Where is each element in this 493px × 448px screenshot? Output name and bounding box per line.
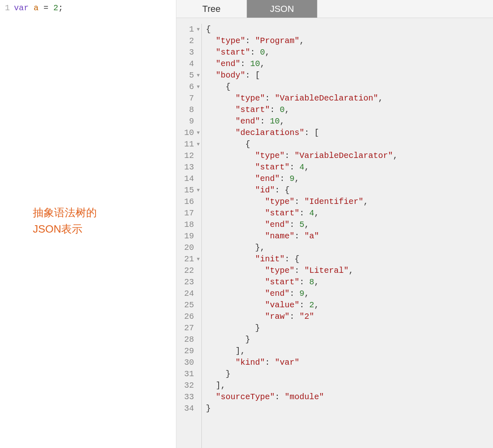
- json-line-number: 8: [176, 104, 200, 116]
- json-punct: :: [290, 162, 299, 172]
- json-punct: ,: [299, 36, 304, 46]
- json-punct: ,: [265, 48, 270, 57]
- json-punct: :: [260, 117, 270, 126]
- json-number: 2: [309, 300, 314, 310]
- json-line-number: 31: [176, 368, 200, 380]
- json-punct: :: [270, 105, 280, 114]
- token-punct: ;: [58, 3, 63, 13]
- json-line-number: 13: [176, 162, 200, 173]
- json-string: "Identifier": [304, 197, 363, 206]
- json-editor[interactable]: 1▼2345▼6▼78910▼11▼12131415▼161718192021▼…: [176, 18, 493, 448]
- json-number: 10: [250, 59, 260, 69]
- json-string: "VariableDeclaration": [275, 94, 378, 103]
- json-line-number: 20: [176, 242, 200, 254]
- json-line-number: 33: [176, 391, 200, 403]
- source-code[interactable]: var a = 2;: [14, 3, 176, 13]
- json-punct: :: [265, 358, 275, 367]
- json-line: "start": 4,: [206, 208, 493, 219]
- json-key: "value": [265, 300, 299, 310]
- json-punct: ,: [314, 208, 319, 218]
- json-line: }: [206, 403, 493, 414]
- json-line: {: [206, 81, 493, 93]
- json-punct: {: [226, 82, 231, 91]
- json-key: "end": [255, 174, 280, 183]
- json-punct: ,: [285, 105, 290, 114]
- json-key: "raw": [265, 312, 290, 321]
- json-punct: : [: [245, 71, 260, 80]
- json-punct: :: [294, 197, 304, 206]
- json-key: "type": [265, 266, 294, 275]
- json-key: "sourceType": [216, 392, 275, 402]
- json-punct: : {: [275, 185, 290, 195]
- json-line: "type": "VariableDeclaration",: [206, 93, 493, 104]
- json-line: "start": 0,: [206, 47, 493, 58]
- source-editor[interactable]: 1 var a = 2;: [0, 0, 176, 13]
- json-line: "start": 0,: [206, 104, 493, 116]
- json-line-number: 2: [176, 35, 200, 47]
- json-key: "init": [255, 254, 285, 264]
- json-punct: : [: [304, 128, 319, 137]
- json-line-number: 6▼: [176, 81, 200, 93]
- source-gutter: 1: [0, 3, 14, 13]
- json-line: "sourceType": "module": [206, 391, 493, 403]
- json-line-number: 22: [176, 265, 200, 277]
- json-number: 9: [290, 174, 294, 183]
- json-code[interactable]: { "type": "Program", "start": 0, "end": …: [202, 24, 493, 448]
- token-keyword: var: [14, 3, 29, 13]
- annotation-line2: JSON表示: [33, 221, 97, 237]
- json-line-number: 16: [176, 196, 200, 208]
- json-punct: :: [250, 48, 260, 57]
- json-key: "start": [216, 48, 250, 57]
- json-punct: ,: [349, 266, 354, 275]
- json-punct: }: [206, 404, 211, 413]
- json-line: ],: [206, 380, 493, 391]
- json-line: }: [206, 368, 493, 380]
- json-line-number: 1▼: [176, 24, 200, 35]
- fold-toggle-icon[interactable]: ▼: [196, 70, 200, 81]
- line-number: 1: [0, 3, 10, 13]
- json-key: "type": [255, 151, 285, 160]
- json-line-number: 19: [176, 231, 200, 242]
- json-gutter: 1▼2345▼6▼78910▼11▼12131415▼161718192021▼…: [176, 24, 202, 448]
- json-line: "start": 8,: [206, 277, 493, 288]
- json-line-number: 3: [176, 47, 200, 58]
- json-punct: :: [299, 300, 309, 310]
- json-line-number: 24: [176, 288, 200, 299]
- json-line: "body": [: [206, 70, 493, 81]
- json-line-number: 26: [176, 311, 200, 322]
- json-number: 8: [309, 277, 314, 287]
- json-key: "id": [255, 185, 275, 195]
- fold-toggle-icon[interactable]: ▼: [196, 24, 200, 35]
- json-number: 9: [299, 289, 304, 298]
- json-key: "type": [235, 94, 265, 103]
- json-punct: ,: [260, 59, 265, 69]
- json-line: {: [206, 24, 493, 35]
- fold-toggle-icon[interactable]: ▼: [196, 127, 200, 139]
- json-line-number: 5▼: [176, 70, 200, 81]
- json-punct: ],: [216, 381, 226, 390]
- json-punct: : {: [285, 254, 299, 264]
- json-key: "start": [235, 105, 270, 114]
- token-number: 2: [53, 3, 58, 13]
- json-line: ],: [206, 345, 493, 357]
- json-key: "start": [265, 277, 299, 287]
- json-number: 0: [280, 105, 285, 114]
- json-line-number: 11▼: [176, 139, 200, 150]
- json-line-number: 7: [176, 93, 200, 104]
- fold-toggle-icon[interactable]: ▼: [196, 254, 200, 265]
- fold-toggle-icon[interactable]: ▼: [196, 81, 200, 93]
- fold-toggle-icon[interactable]: ▼: [196, 139, 200, 150]
- tab-json[interactable]: JSON: [247, 0, 317, 18]
- json-string: "Program": [255, 36, 299, 46]
- json-punct: {: [206, 25, 211, 34]
- tab-tree[interactable]: Tree: [176, 0, 247, 18]
- fold-toggle-icon[interactable]: ▼: [196, 185, 200, 196]
- json-punct: ,: [314, 300, 319, 310]
- json-punct: ],: [235, 346, 245, 356]
- json-key: "start": [255, 162, 290, 172]
- json-line: "end": 9,: [206, 288, 493, 299]
- json-line: "end": 10,: [206, 58, 493, 70]
- json-punct: :: [290, 289, 299, 298]
- json-line: }: [206, 334, 493, 345]
- json-line: "raw": "2": [206, 311, 493, 322]
